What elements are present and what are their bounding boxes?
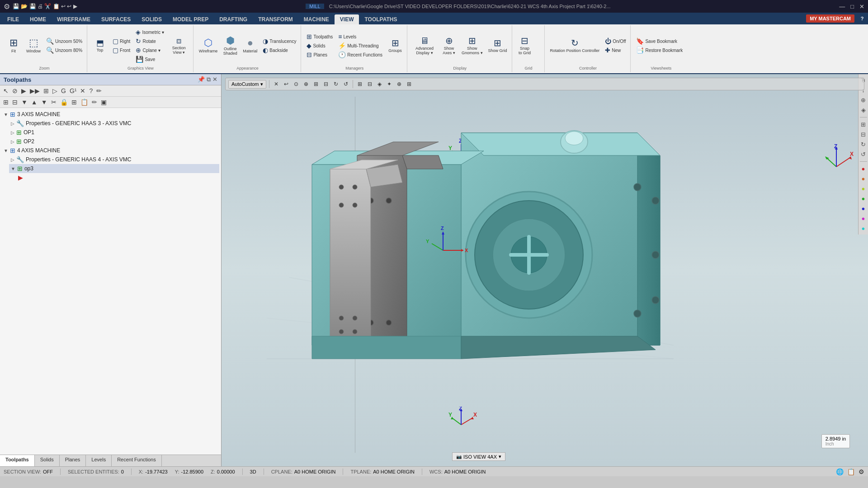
panel-pin-button[interactable]: 📌 (198, 76, 205, 83)
autocustom-dropdown[interactable]: AutoCustom ▾ (228, 80, 266, 89)
vp-btn9[interactable]: ⊞ (356, 80, 364, 88)
tb2-paste[interactable]: 📋 (79, 98, 90, 106)
help-button[interactable]: ? (858, 14, 866, 23)
front-button[interactable]: ▢ Front (111, 46, 132, 54)
save-view-button[interactable]: 💾 Save (134, 55, 165, 63)
tab-machine[interactable]: MACHINE (298, 14, 335, 24)
expand-op3[interactable]: ▼ (11, 166, 15, 171)
tb-delete[interactable]: ✕ (79, 87, 87, 95)
tab-transform[interactable]: TRANSFORM (253, 14, 298, 24)
section-view-button[interactable]: ⧈ SectionView ▾ (168, 36, 190, 56)
vp-btn6[interactable]: ⊟ (322, 80, 330, 88)
rt-btn6[interactable]: ⊟ (860, 130, 867, 139)
vp-btn13[interactable]: ⊕ (395, 80, 403, 88)
isometric-button[interactable]: ◈ Isometric ▾ (134, 28, 165, 36)
tb-regen[interactable]: ▶ (20, 87, 28, 95)
viewport[interactable]: AutoCustom ▾ ✕ ↩ ⊙ ⊕ ⊞ ⊟ ↻ ↺ ⊞ ⊟ ◈ ✦ ⊕ ⊞… (222, 74, 868, 466)
minimize-btn[interactable]: — (839, 3, 845, 10)
tab-surfaces[interactable]: SURFACES (96, 14, 136, 24)
solids-mgr-button[interactable]: ◆ Solids (305, 42, 335, 50)
tree-item-op2[interactable]: ▷ ⊞ OP2 (9, 137, 219, 146)
tab-view[interactable]: VIEW (335, 14, 359, 24)
rt-btn7[interactable]: ↻ (860, 140, 867, 149)
tb2-group[interactable]: ⊞ (70, 98, 78, 106)
advanced-display-button[interactable]: 🖥 AdvancedDisplay ▾ (411, 35, 438, 56)
unzoom50-button[interactable]: 🔍 Unzoom 50% (44, 37, 84, 45)
ptab-levels[interactable]: Levels (86, 455, 112, 466)
unzoom80-button[interactable]: 🔍 Unzoom 80% (44, 46, 84, 54)
rt-color5[interactable]: ● (861, 204, 866, 213)
tab-home[interactable]: HOME (24, 14, 52, 24)
tb2-filter[interactable]: ▼ (20, 98, 29, 106)
snap-to-grid-button[interactable]: ⊟ Snapto Grid (516, 35, 534, 56)
vp-btn2[interactable]: ↩ (282, 80, 290, 88)
tree-item-op1[interactable]: ▷ ⊞ OP1 (9, 128, 219, 137)
tab-wireframe[interactable]: WIREFRAME (52, 14, 96, 24)
tb2-select[interactable]: ▣ (99, 98, 108, 106)
expand-3ax[interactable]: ▼ (4, 112, 8, 117)
tb-highfeed[interactable]: G¹ (68, 87, 78, 95)
groups-button[interactable]: ⊞ Groups (386, 38, 404, 54)
tb2-lock[interactable]: 🔒 (59, 98, 69, 106)
window-button[interactable]: ⬚ Window (24, 37, 42, 54)
tb2-collapse[interactable]: ⊟ (11, 98, 19, 106)
tree-item-props-3ax[interactable]: ▷ 🔧 Properties - GENERIC HAAS 3 - AXIS V… (9, 119, 219, 128)
rt-color1[interactable]: ● (861, 164, 866, 173)
tab-drafting[interactable]: DRAFTING (214, 14, 253, 24)
status-icon2[interactable]: 📋 (847, 468, 855, 475)
material-button[interactable]: ● Material (241, 37, 259, 54)
tree-item-3ax-machine[interactable]: ▼ ⊞ 3 AXIS MACHINE (2, 110, 219, 119)
ptab-recent[interactable]: Recent Functions (112, 455, 162, 466)
tb-simulate[interactable]: ▷ (51, 87, 59, 95)
expand-op1[interactable]: ▷ (11, 130, 14, 135)
multi-threading-button[interactable]: ⚡ Multi-Threading (336, 42, 384, 50)
ptab-planes[interactable]: Planes (60, 455, 86, 466)
tb-help[interactable]: ? (88, 87, 94, 95)
expand-4ax[interactable]: ▼ (4, 148, 8, 153)
ptab-solids[interactable]: Solids (35, 455, 60, 466)
tab-file[interactable]: FILE (2, 14, 24, 24)
planes-mgr-button[interactable]: ⊟ Planes (305, 51, 335, 59)
tb2-cut[interactable]: ✂ (50, 98, 58, 106)
tb2-edit2[interactable]: ✏ (90, 98, 99, 106)
vp-btn7[interactable]: ↻ (332, 80, 340, 88)
vp-btn5[interactable]: ⊞ (312, 80, 320, 88)
recent-functions-button[interactable]: 🕐 Recent Functions (336, 51, 384, 59)
close-btn[interactable]: ✕ (859, 3, 864, 10)
tab-model-prep[interactable]: MODEL PREP (167, 14, 214, 24)
panel-float-button[interactable]: ⧉ (207, 76, 211, 83)
top-button[interactable]: ⬒ Top (91, 38, 109, 53)
expand-props-3ax[interactable]: ▷ (11, 121, 14, 126)
tb2-down[interactable]: ▼ (40, 98, 49, 106)
tb-deselect[interactable]: ⊘ (11, 87, 19, 95)
right-button[interactable]: ▢ Right (111, 37, 132, 45)
rt-btn4[interactable]: ◈ (860, 106, 867, 114)
wireframe-button[interactable]: ⬡ Wireframe (197, 37, 220, 54)
tb2-up[interactable]: ▲ (30, 98, 39, 106)
vp-btn1[interactable]: ✕ (272, 80, 280, 88)
vp-btn14[interactable]: ⊞ (405, 80, 413, 88)
tb-select-all[interactable]: ↖ (2, 87, 10, 95)
backside-button[interactable]: ◐ Backside (261, 46, 298, 54)
toolpaths-mgr-button[interactable]: ⊞ Toolpaths (305, 33, 335, 41)
panel-close-button[interactable]: ✕ (212, 76, 217, 83)
iso-dropdown[interactable]: ▾ (499, 454, 501, 460)
expand-props-4ax[interactable]: ▷ (11, 157, 14, 162)
new-button[interactable]: ✚ New (603, 46, 627, 54)
cplane-button[interactable]: ⊕ Cplane ▾ (134, 46, 165, 54)
levels-button[interactable]: ≡ Levels (336, 33, 384, 41)
tb-post[interactable]: G (60, 87, 67, 95)
rotation-position-button[interactable]: ↻ Rotation Position Controller (548, 38, 602, 54)
rt-color4[interactable]: ● (861, 194, 866, 203)
expand-op2[interactable]: ▷ (11, 139, 14, 144)
vp-btn8[interactable]: ↺ (342, 80, 350, 88)
vp-btn12[interactable]: ✦ (385, 80, 393, 88)
save-bookmark-button[interactable]: 🔖 Save Bookmark (634, 37, 684, 45)
rt-color2[interactable]: ● (861, 174, 866, 183)
rt-color6[interactable]: ● (861, 214, 866, 223)
status-icon3[interactable]: ⚙ (859, 468, 864, 475)
translucency-button[interactable]: ◑ Translucency (261, 37, 298, 45)
vp-btn4[interactable]: ⊕ (302, 80, 310, 88)
rt-color7[interactable]: ● (861, 224, 866, 233)
tb-backplot[interactable]: ⊞ (42, 87, 50, 95)
